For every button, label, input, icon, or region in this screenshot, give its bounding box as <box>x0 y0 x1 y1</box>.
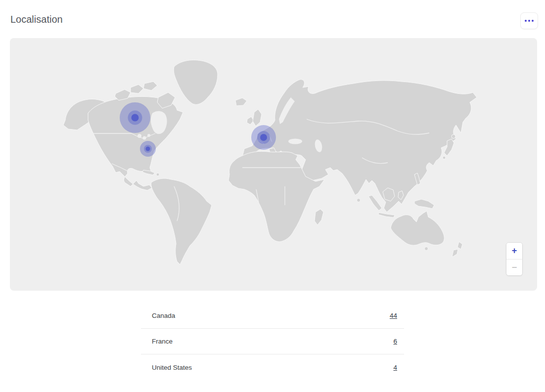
world-map[interactable]: + − <box>10 38 537 291</box>
table-row: France6 <box>141 329 404 354</box>
country-value-link[interactable]: 44 <box>390 312 397 319</box>
table-row: Canada44 <box>141 303 404 329</box>
map-marker-france[interactable] <box>260 134 267 141</box>
zoom-out-button[interactable]: − <box>506 259 522 275</box>
ellipsis-icon <box>525 20 534 22</box>
table-row: United States4 <box>141 354 404 380</box>
world-map-svg <box>10 38 537 291</box>
country-label: France <box>152 338 173 345</box>
continents <box>63 60 477 265</box>
country-label: United States <box>152 364 192 371</box>
map-zoom-controls: + − <box>506 242 523 276</box>
map-marker-canada[interactable] <box>132 114 139 122</box>
country-value-link[interactable]: 4 <box>393 364 397 371</box>
map-marker-united-states[interactable] <box>146 147 150 151</box>
widget-menu-button[interactable] <box>520 12 538 29</box>
country-label: Canada <box>152 312 175 319</box>
page-title: Localisation <box>10 14 63 25</box>
country-value-link[interactable]: 6 <box>393 338 397 345</box>
country-table: Canada44France6United States4 <box>141 303 404 380</box>
zoom-in-button[interactable]: + <box>506 243 522 259</box>
